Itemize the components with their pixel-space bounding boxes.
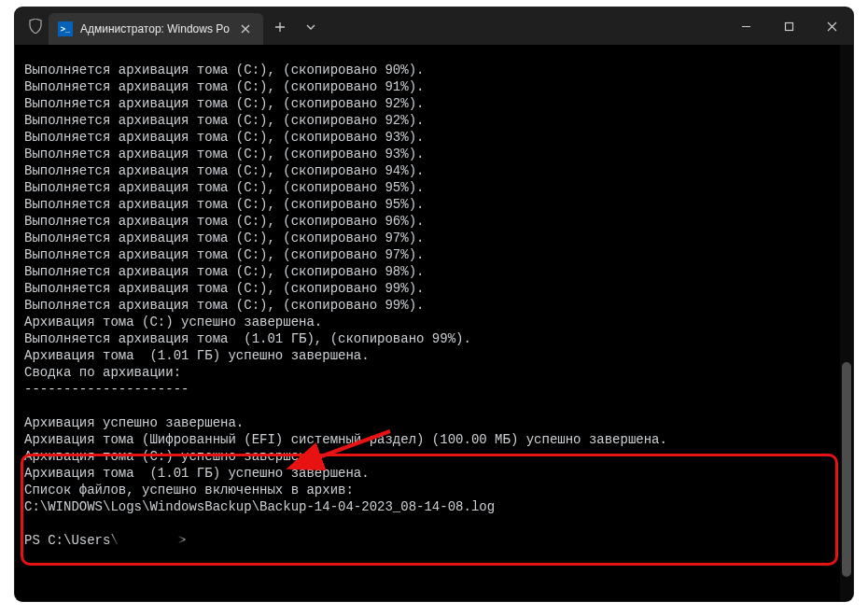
- powershell-icon: >_: [58, 21, 73, 36]
- minimize-button[interactable]: [724, 7, 767, 45]
- close-button[interactable]: [810, 7, 853, 45]
- scrollbar-thumb[interactable]: [842, 362, 851, 577]
- titlebar: >_ Администратор: Windows Po: [15, 7, 853, 45]
- prompt-username-redacted: [119, 533, 178, 546]
- svg-rect-0: [785, 22, 792, 30]
- admin-shield-icon: [22, 7, 49, 45]
- prompt-prefix: PS C:\Users\: [24, 533, 119, 548]
- prompt-line: PS C:\Users\>: [24, 533, 186, 548]
- tab-active[interactable]: >_ Администратор: Windows Po: [49, 13, 263, 45]
- tab-dropdown-button[interactable]: [297, 9, 325, 45]
- terminal-window: >_ Администратор: Windows Po Выполняется…: [15, 7, 853, 601]
- titlebar-left-gap: [15, 7, 22, 45]
- terminal-output[interactable]: Выполняется архивация тома (C:), (скопир…: [15, 45, 853, 601]
- new-tab-button[interactable]: [263, 9, 297, 45]
- tab-close-button[interactable]: [237, 21, 254, 37]
- tab-title: Администратор: Windows Po: [80, 22, 230, 35]
- maximize-button[interactable]: [767, 7, 810, 45]
- prompt-suffix: >: [178, 533, 186, 548]
- titlebar-drag-area[interactable]: [325, 7, 724, 45]
- terminal-text: Выполняется архивация тома (C:), (скопир…: [24, 63, 667, 514]
- scrollbar-track[interactable]: [840, 45, 853, 601]
